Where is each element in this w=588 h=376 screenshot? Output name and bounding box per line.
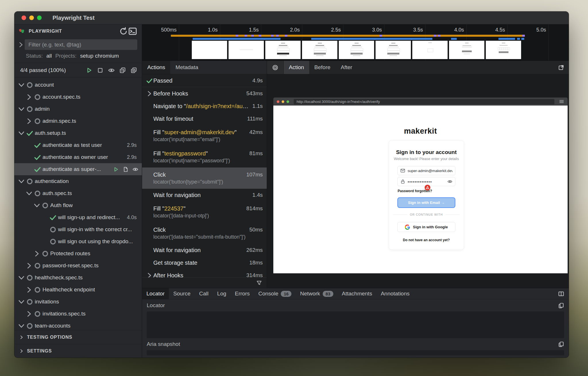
filter-status-line[interactable]: Status: all Projects: setup chromium <box>14 53 142 63</box>
tree-row-auth-setup-ts[interactable]: auth.setup.ts <box>14 127 142 139</box>
action-row-click[interactable]: Click107mslocator('button[type="submit"]… <box>142 167 267 189</box>
chevron-right-icon[interactable] <box>25 262 33 270</box>
expand-all-icon[interactable] <box>130 67 137 74</box>
timeline-action-bar[interactable] <box>521 38 524 40</box>
inspector-tab-log[interactable]: Log <box>213 288 231 299</box>
chevron-down-icon[interactable] <box>17 298 26 306</box>
tab-after[interactable]: After <box>336 61 357 74</box>
inspector-tab-network[interactable]: Network83 <box>296 288 337 299</box>
filmstrip-thumbnail[interactable] <box>412 41 448 59</box>
timeline-action-bar[interactable] <box>311 38 432 40</box>
tree-row-invitations-spec-ts[interactable]: invitations.spec.ts <box>14 308 142 320</box>
tab-metadata[interactable]: Metadata <box>170 61 203 74</box>
open-snapshot-external-icon[interactable] <box>558 65 564 71</box>
filmstrip-thumbnail[interactable] <box>449 41 484 59</box>
action-row-fill-testingpassword[interactable]: Fill "testingpassword"81mslocator('input… <box>142 146 267 167</box>
chevron-down-icon[interactable] <box>25 189 33 197</box>
chevron-down-icon[interactable] <box>17 177 26 185</box>
tree-row-authenticate-as-owner-user[interactable]: authenticate as owner user2.9s <box>14 151 142 163</box>
tree-row-healthcheck-spec-ts[interactable]: healthcheck.spec.ts <box>14 272 142 284</box>
action-row-get-storage-state[interactable]: Get storage state18ms <box>142 256 267 269</box>
toggle-output-terminal-icon[interactable] <box>128 27 137 36</box>
locator-editor[interactable] <box>147 311 564 338</box>
chevron-right-icon[interactable] <box>25 93 33 101</box>
trace-timeline-filmstrip[interactable]: 500ms1.0s1.5s2.0s2.5s3.0s3.5s4.0s4.5s5.0… <box>142 24 569 61</box>
inspector-tab-source[interactable]: Source <box>169 288 195 299</box>
filmstrip-thumbnail[interactable] <box>302 41 337 59</box>
tree-row-admin-spec-ts[interactable]: admin.spec.ts <box>14 115 142 127</box>
chevron-down-icon[interactable] <box>17 274 26 282</box>
action-row-wait-for-timeout[interactable]: Wait for timeout111ms <box>142 112 267 125</box>
watch-all-icon[interactable] <box>108 67 115 74</box>
sign-in-email-button[interactable]: Sign in with Email → <box>397 197 455 208</box>
aria-snapshot-editor[interactable] <box>147 350 564 355</box>
action-row-passed[interactable]: Passed4.9s <box>142 74 267 87</box>
timeline-action-bar[interactable] <box>498 38 515 40</box>
filter-input[interactable]: Filter (e.g. text, @tag) <box>25 39 137 50</box>
source-icon[interactable] <box>123 166 129 172</box>
chevron-right-icon[interactable] <box>25 286 33 294</box>
tree-row-authenticate-as-super[interactable]: authenticate as super-... <box>14 163 142 175</box>
close-window-button[interactable] <box>22 15 26 20</box>
inspector-tab-console[interactable]: Console16 <box>254 288 296 299</box>
split-view-icon[interactable] <box>558 291 564 297</box>
inspector-tab-call[interactable]: Call <box>195 288 213 299</box>
timeline-network-bar[interactable] <box>171 35 524 37</box>
signup-link[interactable]: Do not have an account yet? <box>389 238 464 242</box>
minimize-window-button[interactable] <box>29 15 34 20</box>
filmstrip-thumbnail[interactable] <box>339 41 374 59</box>
tree-row-authentication[interactable]: authentication <box>14 175 142 187</box>
tree-row-will-sign-up-and-redirect[interactable]: will sign-up and redirect...4.0s <box>14 211 142 223</box>
tree-row-account-spec-ts[interactable]: account.spec.ts <box>14 91 142 103</box>
pick-locator-button[interactable] <box>267 61 284 74</box>
email-field[interactable]: super-admin@makerkit.dev <box>397 166 455 175</box>
tab-actions[interactable]: Actions <box>142 61 170 74</box>
timeline-action-bar[interactable] <box>517 38 520 40</box>
tree-row-auth-flow[interactable]: Auth flow <box>14 199 142 211</box>
run-all-tests-icon[interactable] <box>86 67 92 74</box>
inspector-tab-errors[interactable]: Errors <box>231 288 254 299</box>
filter-expand-chevron-icon[interactable] <box>17 41 25 48</box>
filmstrip-thumbnail[interactable] <box>265 41 301 59</box>
inspector-tab-locator[interactable]: Locator <box>142 288 169 299</box>
chevron-down-icon[interactable] <box>33 201 41 209</box>
action-row-after-hooks[interactable]: After Hooks314ms <box>142 269 267 277</box>
chevron-down-icon[interactable] <box>17 81 26 89</box>
filmstrip-thumbnail[interactable] <box>229 41 264 59</box>
tree-row-team-accounts[interactable]: team-accounts <box>14 320 142 330</box>
section-settings[interactable]: SETTINGS <box>14 344 142 358</box>
inspector-tab-attachments[interactable]: Attachments <box>338 288 377 299</box>
tree-row-account[interactable]: account <box>14 79 142 91</box>
tree-row-will-sign-out-using-the-dropdo[interactable]: will sign out using the dropdo... <box>14 235 142 248</box>
chevron-down-icon[interactable] <box>17 322 26 330</box>
collapse-all-icon[interactable] <box>119 67 126 74</box>
maximize-window-button[interactable] <box>37 15 42 20</box>
tab-action[interactable]: Action <box>284 61 309 74</box>
copy-locator-icon[interactable] <box>558 303 564 309</box>
tree-row-protected-routes[interactable]: Protected routes <box>14 248 142 260</box>
action-row-fill-224537[interactable]: Fill "224537"814mslocator('[data-input-o… <box>142 201 267 223</box>
timeline-action-bar[interactable] <box>193 38 281 40</box>
action-row-wait-for-navigation[interactable]: Wait for navigation1.4s <box>142 189 267 201</box>
tab-before[interactable]: Before <box>309 61 336 74</box>
tree-row-healthcheck-endpoint[interactable]: Healthcheck endpoint <box>14 284 142 296</box>
timeline-action-bar[interactable] <box>451 38 457 40</box>
action-row-navigate-to-auth-sign[interactable]: Navigate to "/auth/sign-in?next=/aut...1… <box>142 100 267 112</box>
eye-icon[interactable] <box>132 166 138 172</box>
reload-tests-icon[interactable] <box>119 27 128 36</box>
chevron-down-icon[interactable] <box>17 129 26 137</box>
show-password-eye-icon[interactable] <box>447 179 452 184</box>
action-row-wait-for-navigation[interactable]: Wait for navigation262ms <box>142 244 267 256</box>
tree-row-invitations[interactable]: invitations <box>14 296 142 308</box>
action-row-before-hooks[interactable]: Before Hooks543ms <box>142 87 267 100</box>
tree-row-authenticate-as-test-user[interactable]: authenticate as test user2.9s <box>14 139 142 151</box>
section-testing-options[interactable]: TESTING OPTIONS <box>14 330 142 344</box>
copy-aria-snapshot-icon[interactable] <box>558 341 564 347</box>
filmstrip-thumbnail[interactable] <box>192 41 227 59</box>
tree-row-auth-spec-ts[interactable]: auth.spec.ts <box>14 187 142 199</box>
tree-row-admin[interactable]: admin <box>14 103 142 115</box>
action-row-click[interactable]: Click50mslocator('[data-test="submit-mfa… <box>142 223 267 244</box>
chevron-right-icon[interactable] <box>33 250 41 258</box>
tree-row-will-sign-in-with-the-correct-cr[interactable]: will sign-in with the correct cr... <box>14 223 142 235</box>
tree-row-password-reset-spec-ts[interactable]: password-reset.spec.ts <box>14 260 142 272</box>
